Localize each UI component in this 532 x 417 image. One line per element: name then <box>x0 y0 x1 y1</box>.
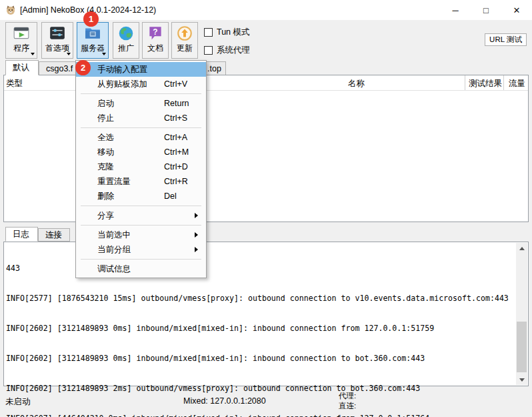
toolbar-button-program[interactable]: 程序 <box>5 22 37 59</box>
menu-item-label: 当前选中 <box>97 230 131 241</box>
toolbar-button-update[interactable]: 更新 <box>171 22 198 59</box>
title-bar: [Admin] NekoBox (4.0.1-2024-12-12) ─ □ ✕ <box>0 0 532 20</box>
menu-item-label: 重置流量 <box>97 176 131 187</box>
toolbar-button-promotion[interactable]: 推广 <box>113 22 139 59</box>
menu-item-delete[interactable]: 删除 Del <box>76 189 206 203</box>
menu-shortcut: Ctrl+R <box>164 177 188 186</box>
server-context-menu: 手动输入配置 从剪贴板添加 Ctrl+V 启动 Return 停止 Ctrl+S… <box>75 60 207 278</box>
minimize-button[interactable]: ─ <box>440 0 471 20</box>
menu-item-label: 删除 <box>97 191 114 202</box>
status-direct-label: 直连: <box>339 401 356 411</box>
app-icon <box>5 5 16 15</box>
chevron-down-icon <box>67 53 71 55</box>
nekobox-window: [Admin] NekoBox (4.0.1-2024-12-12) ─ □ ✕… <box>0 0 532 417</box>
close-button[interactable]: ✕ <box>501 0 532 20</box>
toolbar-label-promotion: 推广 <box>113 43 139 54</box>
help-bubble-icon: ? <box>147 25 164 42</box>
chevron-down-icon <box>102 53 106 55</box>
log-scrollbar[interactable] <box>516 243 527 385</box>
log-line: INFO[2602] [3121489893 2ms] outbound/vme… <box>6 384 517 394</box>
toolbar-button-docs[interactable]: ? 文档 <box>142 22 169 59</box>
tab-connections[interactable]: 连接 <box>38 228 70 242</box>
tab-default-group[interactable]: 默认 <box>5 60 39 75</box>
tab-log[interactable]: 日志 <box>5 227 38 242</box>
toolbar-label-update: 更新 <box>172 43 197 54</box>
column-header-test-result[interactable]: 测试结果 <box>469 78 502 89</box>
chevron-down-icon <box>31 53 35 55</box>
server-folder-icon <box>84 25 101 42</box>
submenu-arrow-icon <box>195 247 198 252</box>
menu-shortcut: Return <box>164 99 189 108</box>
submenu-arrow-icon <box>195 213 198 218</box>
globe-icon <box>117 25 135 42</box>
submenu-arrow-icon <box>195 232 198 238</box>
scroll-down-icon[interactable] <box>516 374 527 385</box>
log-line: INFO[2607] [446404210 0ms] inbound/mixed… <box>6 414 517 417</box>
menu-shortcut: Ctrl+D <box>164 162 188 171</box>
url-test-button[interactable]: URL 测试 <box>485 33 527 46</box>
checkbox-icon <box>204 28 213 37</box>
tab-subscription-label-left: csgo3.f <box>46 64 73 73</box>
menu-item-manual-input[interactable]: 手动输入配置 <box>76 62 206 77</box>
tun-mode-label: Tun 模式 <box>217 27 250 38</box>
header-separator <box>503 75 504 90</box>
column-header-traffic[interactable]: 流量 <box>509 78 525 89</box>
menu-item-label: 当前分组 <box>97 244 131 256</box>
menu-separator <box>81 225 201 226</box>
header-separator <box>465 75 465 90</box>
menu-shortcut: Ctrl+A <box>164 133 187 142</box>
menu-item-select-all[interactable]: 全选 Ctrl+A <box>76 130 206 145</box>
annotation-step-1: 1 <box>83 11 99 27</box>
log-line: INFO[2602] [3121489893 0ms] inbound/mixe… <box>6 354 517 364</box>
log-line: INFO[2577] [1876543210 15ms] outbound/vm… <box>6 294 517 304</box>
menu-item-current-group[interactable]: 当前分组 <box>76 242 206 257</box>
menu-item-move[interactable]: 移动 Ctrl+M <box>76 145 206 159</box>
toolbar-button-server[interactable]: 服务器 <box>77 22 109 59</box>
system-proxy-checkbox[interactable]: 系统代理 <box>204 45 250 56</box>
scroll-up-icon[interactable] <box>516 243 527 254</box>
menu-separator <box>81 93 201 94</box>
scrollbar-thumb[interactable] <box>517 322 527 372</box>
tab-subscription-label-right: .top <box>207 64 221 73</box>
menu-shortcut: Ctrl+V <box>164 79 187 89</box>
menu-shortcut: Del <box>164 191 177 201</box>
status-mixed-address: Mixed: 127.0.0.1:2080 <box>183 396 266 406</box>
menu-item-reset-traffic[interactable]: 重置流量 Ctrl+R <box>76 174 206 189</box>
column-header-name[interactable]: 名称 <box>348 78 365 89</box>
menu-item-share[interactable]: 分享 <box>76 208 206 223</box>
app-window-play-icon <box>13 25 30 42</box>
menu-item-label: 克隆 <box>97 161 114 173</box>
maximize-button[interactable]: □ <box>471 0 501 20</box>
question-mark-glyph: ? <box>153 27 157 37</box>
menu-item-current-selected[interactable]: 当前选中 <box>76 228 206 242</box>
tab-log-label: 日志 <box>13 229 29 240</box>
menu-item-stop[interactable]: 停止 Ctrl+S <box>76 111 206 125</box>
menu-item-clone[interactable]: 克隆 Ctrl+D <box>76 159 206 174</box>
menu-separator <box>81 205 201 206</box>
menu-item-debug-info[interactable]: 调试信息 <box>76 262 206 276</box>
annotation-step-2: 2 <box>75 60 91 75</box>
menu-item-label: 移动 <box>97 147 114 158</box>
menu-item-label: 调试信息 <box>97 264 131 275</box>
system-proxy-label: 系统代理 <box>217 45 250 56</box>
menu-item-start[interactable]: 启动 Return <box>76 96 206 111</box>
status-proxy-label: 代理: <box>339 391 356 401</box>
preferences-sliders-icon <box>49 25 66 42</box>
log-line: INFO[2602] [3121489893 0ms] inbound/mixe… <box>6 324 517 334</box>
menu-item-label: 从剪贴板添加 <box>97 79 147 90</box>
column-header-type[interactable]: 类型 <box>6 78 23 89</box>
menu-item-label: 分享 <box>97 210 114 222</box>
tab-connections-label: 连接 <box>45 230 62 241</box>
menu-item-add-from-clipboard[interactable]: 从剪贴板添加 Ctrl+V <box>76 77 206 91</box>
menu-item-label: 启动 <box>97 98 114 109</box>
menu-shortcut: Ctrl+M <box>164 147 189 157</box>
menu-item-label: 停止 <box>97 113 114 124</box>
status-traffic: 代理: 直连: <box>339 391 356 411</box>
menu-item-label: 全选 <box>97 132 114 143</box>
toolbar-label-docs: 文档 <box>143 43 168 54</box>
tab-default-label: 默认 <box>13 62 29 73</box>
toolbar-button-preferences[interactable]: 首选项 <box>41 22 73 59</box>
tun-mode-checkbox[interactable]: Tun 模式 <box>204 27 250 38</box>
menu-separator <box>81 259 201 260</box>
menu-separator <box>81 127 201 128</box>
